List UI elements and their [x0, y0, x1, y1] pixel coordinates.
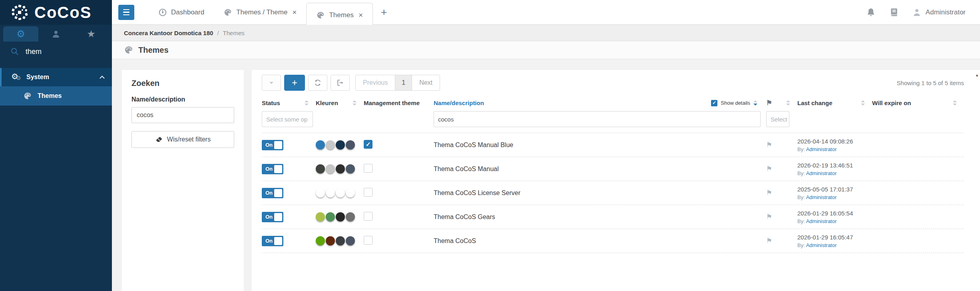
close-icon[interactable]: × — [359, 11, 363, 20]
notifications-bell-icon[interactable] — [866, 7, 876, 18]
show-details-control: Show details — [711, 100, 765, 106]
status-toggle[interactable]: On — [262, 164, 283, 174]
flag-icon[interactable]: ⚑ — [766, 189, 772, 197]
last-change-date: 2026-02-19 13:46:51 — [797, 162, 872, 169]
by-user-link[interactable]: Administrator — [806, 218, 837, 224]
tab-label: Themes / Theme — [236, 8, 287, 16]
page-title: Themes — [138, 46, 169, 55]
sidebar-search[interactable]: them — [0, 42, 112, 62]
pagination-previous-button[interactable]: Previous — [355, 75, 395, 91]
column-header-status[interactable]: Status — [262, 100, 316, 106]
gear-icon: ⚙ — [16, 29, 25, 39]
sidebar-item-themes[interactable]: Themes — [0, 86, 112, 106]
header-right: Administrator — [866, 7, 980, 18]
kleuren-swatches — [316, 140, 364, 149]
table-row: On Thema CoCoS Gears ⚑ 2026-01-29 16:05:… — [262, 205, 964, 229]
status-filter-select[interactable]: Select some op — [262, 111, 313, 127]
color-swatch — [326, 140, 335, 149]
status-toggle[interactable]: On — [262, 140, 283, 150]
table-row: On Thema CoCoS Manual ⚑ 2026-02-19 13:46… — [262, 157, 964, 181]
sort-icon[interactable] — [786, 100, 790, 106]
breadcrumb-root[interactable]: Concera Kantoor Domotica 180 — [124, 30, 213, 36]
star-icon: ★ — [87, 29, 96, 39]
sort-icon[interactable] — [861, 100, 865, 106]
management-theme-checkbox[interactable] — [364, 212, 372, 221]
flag-icon[interactable]: ⚑ — [766, 165, 772, 173]
theme-name-link[interactable]: Thema CoCoS Manual Blue — [434, 142, 766, 149]
scroll-up-icon[interactable]: ▲ — [975, 73, 979, 77]
close-icon[interactable]: × — [292, 8, 297, 17]
by-user-link[interactable]: Administrator — [806, 194, 837, 200]
name-description-filter-input[interactable] — [131, 107, 234, 123]
add-tab-button[interactable]: + — [373, 6, 395, 18]
sidebar-search-value: them — [26, 48, 42, 56]
flag-icon[interactable]: ⚑ — [766, 141, 772, 149]
tab-dashboard[interactable]: Dashboard — [149, 0, 214, 24]
sidebar-group-system[interactable]: ⚙⚙ System — [0, 68, 112, 86]
table-toolbar: + Previous 1 Next Showing 1 to 5 of 5 it… — [262, 75, 964, 91]
flag-icon[interactable]: ⚑ — [766, 213, 772, 221]
refresh-button[interactable] — [308, 75, 327, 91]
last-change-date: 2026-04-14 09:08:26 — [797, 138, 872, 145]
user-name: Administrator — [926, 8, 966, 16]
filter-panel: Zoeken Name/description Wis/reset filter… — [122, 70, 244, 291]
sort-icon[interactable] — [305, 100, 309, 106]
column-header-kleuren[interactable]: Kleuren — [316, 100, 364, 106]
toggle-knob — [274, 141, 282, 149]
user-icon — [912, 8, 922, 17]
flag-icon[interactable]: ⚑ — [766, 237, 772, 245]
column-header-flag[interactable]: ⚑ — [766, 99, 797, 107]
sort-icon[interactable] — [353, 100, 357, 106]
pagination-page-1[interactable]: 1 — [395, 75, 412, 91]
breadcrumb-current: Themes — [223, 30, 245, 36]
column-header-name-description[interactable]: Name/description Show details — [434, 100, 766, 106]
management-theme-checkbox[interactable] — [364, 236, 372, 245]
hamburger-menu-button[interactable] — [118, 5, 134, 20]
user-menu[interactable]: Administrator — [912, 8, 966, 17]
by-user-link[interactable]: Administrator — [806, 242, 837, 248]
kleuren-swatches — [316, 236, 364, 245]
color-swatch — [336, 188, 345, 197]
palette-icon — [316, 11, 325, 20]
by-user-link[interactable]: Administrator — [806, 146, 837, 152]
pagination-next-button[interactable]: Next — [412, 75, 440, 91]
bulk-actions-dropdown-button[interactable] — [262, 75, 281, 91]
sort-icon[interactable] — [953, 100, 957, 106]
user-icon — [51, 29, 61, 39]
column-header-will-expire[interactable]: Will expire on — [872, 100, 964, 106]
column-header-management-theme[interactable]: Management theme — [364, 100, 434, 106]
theme-name-link[interactable]: Thema CoCoS License Server — [434, 189, 766, 197]
color-swatch — [346, 188, 355, 197]
sidebar-tab-users[interactable] — [38, 26, 74, 42]
by-user-link[interactable]: Administrator — [806, 170, 837, 176]
color-swatch — [336, 236, 345, 245]
theme-name-link[interactable]: Thema CoCoS Manual — [434, 165, 766, 173]
color-swatch — [316, 140, 325, 149]
column-header-last-change[interactable]: Last change — [797, 100, 872, 106]
name-description-label: Name/description — [131, 96, 234, 103]
status-toggle[interactable]: On — [262, 212, 283, 222]
name-column-filter-input[interactable] — [434, 111, 761, 127]
sidebar-tab-favorites[interactable]: ★ — [74, 26, 109, 42]
tab-themes-theme[interactable]: Themes / Theme × — [214, 0, 306, 24]
management-theme-checkbox[interactable] — [364, 188, 372, 197]
management-theme-checkbox[interactable] — [364, 140, 372, 149]
scrollbar[interactable]: ▲ — [974, 70, 980, 291]
sort-icon-active[interactable] — [753, 100, 757, 106]
export-button[interactable] — [331, 75, 350, 91]
show-details-checkbox[interactable] — [711, 100, 717, 106]
management-theme-checkbox[interactable] — [364, 164, 372, 173]
status-toggle[interactable]: On — [262, 188, 283, 198]
status-toggle[interactable]: On — [262, 236, 283, 246]
flag-filter-select[interactable]: Select — [766, 111, 789, 127]
theme-name-link[interactable]: Thema CoCoS — [434, 237, 766, 245]
add-theme-button[interactable]: + — [284, 75, 305, 91]
status-toggle-label: On — [265, 190, 273, 196]
reset-filters-button[interactable]: Wis/reset filters — [131, 131, 234, 148]
sidebar-tab-system[interactable]: ⚙ — [3, 26, 38, 42]
manual-book-icon[interactable] — [889, 7, 899, 18]
showing-items-text: Showing 1 to 5 of 5 items — [897, 80, 964, 86]
tab-themes[interactable]: Themes × — [306, 3, 373, 25]
last-change-date: 2026-01-29 16:05:54 — [797, 210, 872, 217]
theme-name-link[interactable]: Thema CoCoS Gears — [434, 213, 766, 221]
